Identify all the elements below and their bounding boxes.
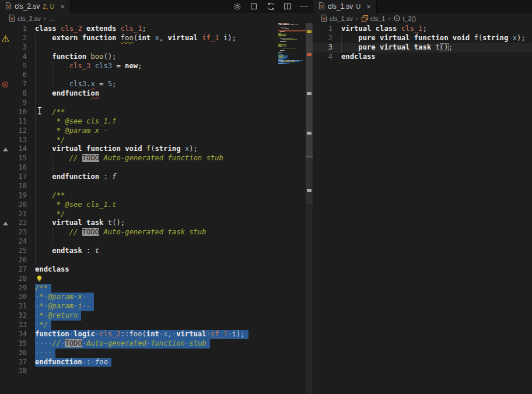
code-line-1[interactable]: 1class cls_2 extends cls_1; [0,24,278,34]
overview-ruler-mark [307,92,312,95]
token: ···· [35,339,52,347]
token: · [206,330,211,338]
code-line-27[interactable]: 27endclass [0,265,278,275]
error-icon [0,80,10,89]
breadcrumb-class[interactable]: cls_1 [361,15,386,23]
token: x [90,80,94,88]
line-number: 34 [10,330,27,339]
code-line-3[interactable]: 3 pure virtual task t(); [313,43,532,52]
indent-guide [35,62,36,71]
breadcrumb-method[interactable]: t_2() [393,15,416,23]
code-line-8[interactable]: 8 endfunction [0,89,278,98]
code-line-4[interactable]: 4endclass [313,52,532,62]
code-line-28[interactable]: 28 [0,275,278,284]
code-line-21[interactable]: 21 */ [0,210,278,219]
code-line-15[interactable]: 15 // TODO Auto-generated function stub [0,154,278,163]
code-line-24[interactable]: 24 [0,237,278,247]
code-line-16[interactable]: 16 [0,163,278,173]
code-line-38[interactable]: 38 [0,367,278,376]
sv-file-icon: V [5,2,12,12]
indent-guide [35,247,36,256]
square-icon[interactable] [249,2,258,11]
code-line-34[interactable]: 34function·logic·cls_2::foo(int·x,·virtu… [0,330,278,339]
token: - [86,293,90,301]
tab-cls-2-sv[interactable]: V cls_2.sv 2, U × [0,0,71,13]
code-line-11[interactable]: 11 * @see cls_1.f [0,117,278,126]
code-line-9[interactable]: 9 [0,98,278,108]
code-line-14[interactable]: 14 virtual function void f(string x); [0,145,278,154]
code-line-20[interactable]: 20 * @see cls_1.t [0,200,278,210]
breadcrumb-file[interactable]: cls_2.sv [18,15,41,22]
gear-icon[interactable] [232,2,242,11]
code-line-22[interactable]: 22 virtual task t(); [0,219,278,228]
code-line-6[interactable]: 6 [0,71,278,80]
token: i [78,302,82,310]
token: ); [517,34,526,42]
code-line-32[interactable]: 32·*·@return [0,311,278,321]
token: cls_1 [401,24,423,33]
selection-highlight: ·*/ [35,321,51,330]
code-line-17[interactable]: 17 endfunction : f [0,173,278,182]
code-line-36[interactable]: 36···· [0,349,278,358]
code-line-23[interactable]: 23 // TODO Auto-generated task stub [0,228,278,237]
breadcrumb-left[interactable]: V cls_2.sv › ... [0,13,313,24]
code-line-18[interactable]: 18 [0,182,278,191]
token: ; [449,43,453,51]
svg-text:V: V [10,17,13,21]
token: ; [142,24,146,33]
code-line-29[interactable]: 29/** [0,284,278,293]
token: cls_1 [121,24,142,33]
indent-guide [35,98,36,108]
token: pure [358,34,375,42]
code-line-37[interactable]: 37endfunction·:·foo [0,358,278,367]
token: TODO [82,154,99,162]
code-line-12[interactable]: 12 * @param x - [0,126,278,136]
code-line-25[interactable]: 25 endtask : t [0,247,278,256]
code-line-5[interactable]: 5 cls_3 cls3 = new; [0,62,278,71]
close-icon[interactable]: × [365,2,372,11]
token: function [86,145,121,153]
line-number: 2 [10,34,27,43]
overview-ruler-mark [307,189,312,192]
more-actions-icon[interactable]: ··· [300,2,309,11]
sync-icon[interactable] [266,2,275,11]
close-icon[interactable]: × [60,2,66,11]
token: ; [112,80,116,88]
code-line-31[interactable]: 31·*·@param·i·- [0,302,278,311]
line-number: 24 [10,237,27,247]
code-line-13[interactable]: 13 */ [0,136,278,145]
indent-guide [52,237,52,247]
line-number: 14 [10,145,27,154]
scrollbar-slider[interactable] [306,23,313,157]
tab-cls-1-sv[interactable]: V cls_1.sv U × [313,0,377,13]
selection-highlight: /** [35,284,51,293]
method-icon [393,15,401,23]
breadcrumb-rest[interactable]: ... [49,15,54,22]
code-line-33[interactable]: 33·*/ [0,321,278,330]
line-number: 27 [10,265,27,275]
breadcrumb-file[interactable]: cls_1.sv [330,15,353,22]
code-line-2[interactable]: 2 extern function foo(int x, virtual if_… [0,34,278,43]
code-line-4[interactable]: 4 function boo(); [0,52,278,62]
code-line-7[interactable]: 7 cls3.x = 5; [0,80,278,89]
code-line-1[interactable]: 1virtual class cls_1; [313,24,532,34]
line-number: 31 [10,302,27,311]
code-line-19[interactable]: 19 /** [0,191,278,200]
token [78,34,82,42]
overview-ruler-scrollbar[interactable] [306,23,313,394]
breadcrumb-right[interactable]: V cls_1.sv › cls_1 › t_2() [313,13,532,24]
code-line-26[interactable]: 26 [0,256,278,265]
token: task [86,219,103,227]
minimap[interactable] [278,23,306,140]
code-line-30[interactable]: 30·*·@param·x·- [0,293,278,302]
code-line-35[interactable]: 35····//·TODO·Auto-generated·function·st… [0,339,278,349]
token [35,247,52,255]
code-line-10[interactable]: 10 /** [0,108,278,117]
line-number: 28 [10,275,27,284]
token [376,34,380,42]
code-line-3[interactable]: 3 [0,43,278,52]
token: endtask [52,247,82,255]
token: , [159,34,168,42]
code-line-2[interactable]: 2 pure virtual function void f(string x)… [313,34,532,43]
split-editor-icon[interactable] [283,2,292,11]
